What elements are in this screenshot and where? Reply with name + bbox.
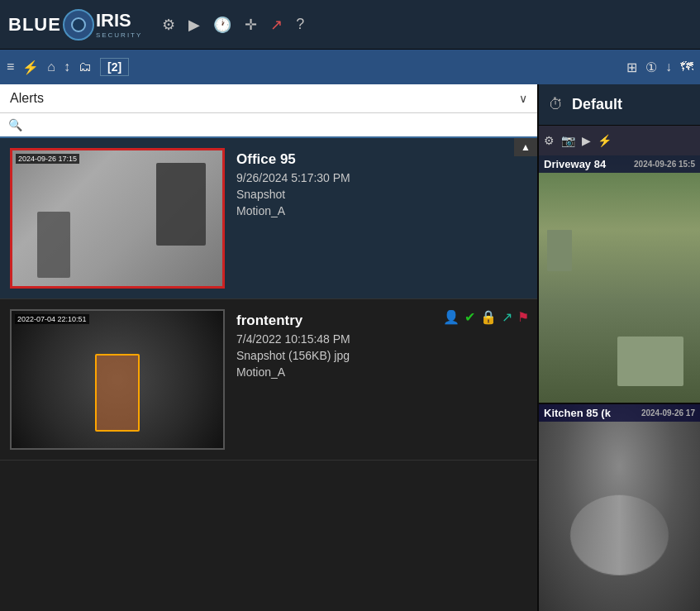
- search-icon: 🔍: [8, 118, 22, 131]
- lock-icon[interactable]: 🔒: [480, 309, 497, 325]
- logo-blue-text: BLUE: [8, 14, 61, 36]
- grid-icon[interactable]: ⊞: [626, 60, 637, 75]
- search-input[interactable]: [27, 118, 529, 131]
- map-icon[interactable]: 🗺: [680, 60, 693, 74]
- office-camera-preview: [12, 150, 222, 286]
- thumb-timestamp: 2024-09-26 17:15: [16, 154, 79, 164]
- driveway-camera-feed: [539, 155, 700, 403]
- alert-list: ▲ 2024-09-26 17:15 Office 95 9/26/2024 5…: [0, 138, 537, 611]
- flash-right-icon[interactable]: ⚡: [598, 134, 612, 147]
- camera-tile-name: Kitchen 85 (k: [544, 407, 611, 419]
- alert-thumbnail: 2022-07-04 22:10:51: [10, 309, 225, 450]
- chevron-down-icon: ∨: [519, 92, 527, 105]
- nav-icons-group: ⚙ ▶ 🕐 ✛ ↗ ?: [162, 16, 304, 34]
- kitchen-camera-feed: [539, 404, 700, 611]
- clips-icon[interactable]: ▶: [188, 16, 200, 34]
- number-icon[interactable]: ①: [645, 60, 657, 75]
- top-nav-bar: BLUE IRIS SECURITY ⚙ ▶ 🕐 ✛ ↗ ?: [0, 0, 700, 50]
- main-content: Alerts ∨ 🔍 ▲ 2024-09-26 17:15 Office 95 …: [0, 84, 700, 611]
- camera-link-icon[interactable]: ↕: [64, 60, 70, 74]
- right-panel-title: Default: [572, 96, 622, 113]
- alert-type: Snapshot (156KB) jpg: [236, 349, 527, 362]
- settings-right-icon[interactable]: ⚙: [544, 134, 555, 147]
- person-icon[interactable]: 👤: [443, 309, 460, 325]
- camera-tile-overlay: Kitchen 85 (k 2024-09-26 17: [539, 404, 700, 422]
- alert-type: Snapshot: [236, 188, 527, 201]
- right-panel: ⏱ Default ⚙ 📷 ▶ ⚡ Driveway 84 2024-09-26…: [537, 84, 700, 611]
- frontentry-camera-preview: [12, 311, 223, 448]
- action-icons-row: 👤 ✔ 🔒 ↗ ⚑: [443, 309, 529, 325]
- help-icon[interactable]: ?: [296, 16, 304, 33]
- count-badge: [2]: [100, 58, 129, 76]
- logo-area: BLUE IRIS SECURITY: [8, 9, 142, 41]
- clock-ring-icon: ⏱: [549, 96, 564, 113]
- scroll-up-button[interactable]: ▲: [514, 138, 537, 156]
- second-toolbar: ≡ ⚡ ⌂ ↕ 🗂 [2] ⊞ ① ↓ 🗺: [0, 50, 700, 84]
- schedule-icon[interactable]: 🕐: [213, 16, 231, 34]
- stats-icon[interactable]: ↗: [270, 16, 283, 34]
- alerts-dropdown-bar[interactable]: Alerts ∨: [0, 84, 537, 113]
- alert-camera-name: Office 95: [236, 151, 527, 168]
- logo-iris-text: IRIS SECURITY: [96, 10, 142, 39]
- logo-iris-icon: [63, 9, 94, 41]
- alert-info: Office 95 9/26/2024 5:17:30 PM Snapshot …: [236, 148, 527, 217]
- alert-motion: Motion_A: [236, 365, 527, 379]
- alerts-label: Alerts: [10, 91, 519, 106]
- settings-icon[interactable]: ⚙: [162, 16, 175, 34]
- alert-item[interactable]: 2022-07-04 22:10:51 frontentry 7/4/2022 …: [0, 299, 537, 461]
- alert-datetime: 9/26/2024 5:17:30 PM: [236, 171, 527, 184]
- alert-datetime: 7/4/2022 10:15:48 PM: [236, 332, 527, 346]
- camera-icon[interactable]: 📷: [561, 134, 575, 147]
- camera-tile-timestamp: 2024-09-26 15:5: [634, 160, 695, 169]
- thumb-timestamp: 2022-07-04 22:10:51: [15, 314, 89, 324]
- list-icon[interactable]: ≡: [7, 60, 14, 74]
- export-icon[interactable]: ↗: [502, 309, 512, 325]
- alert-item[interactable]: 2024-09-26 17:15 Office 95 9/26/2024 5:1…: [0, 138, 537, 299]
- download-icon[interactable]: ↓: [665, 60, 672, 74]
- alert-flash-icon[interactable]: ⚡: [22, 60, 39, 75]
- right-toolbar: ⚙ 📷 ▶ ⚡: [539, 126, 700, 155]
- camera-tile-timestamp: 2024-09-26 17: [641, 408, 695, 418]
- camera-tile-kitchen[interactable]: Kitchen 85 (k 2024-09-26 17: [539, 404, 700, 611]
- alert-thumbnail: 2024-09-26 17:15: [10, 148, 225, 289]
- flag-alert-icon[interactable]: ⚑: [517, 309, 529, 325]
- camera-tile-name: Driveway 84: [544, 158, 606, 170]
- search-bar: 🔍: [0, 113, 537, 138]
- left-panel: Alerts ∨ 🔍 ▲ 2024-09-26 17:15 Office 95 …: [0, 84, 537, 611]
- check-icon[interactable]: ✔: [464, 309, 475, 325]
- ptz-icon[interactable]: ✛: [245, 16, 257, 34]
- camera-tile-overlay: Driveway 84 2024-09-26 15:5: [539, 155, 700, 173]
- toolbar-right-icons: ⊞ ① ↓ 🗺: [626, 60, 693, 75]
- camera-tile-driveway[interactable]: Driveway 84 2024-09-26 15:5: [539, 155, 700, 403]
- alert-motion: Motion_A: [236, 204, 527, 217]
- folder-icon[interactable]: 🗂: [79, 60, 92, 74]
- right-panel-header: ⏱ Default: [539, 84, 700, 126]
- flag-icon[interactable]: ⌂: [47, 60, 55, 74]
- video-icon[interactable]: ▶: [582, 134, 591, 147]
